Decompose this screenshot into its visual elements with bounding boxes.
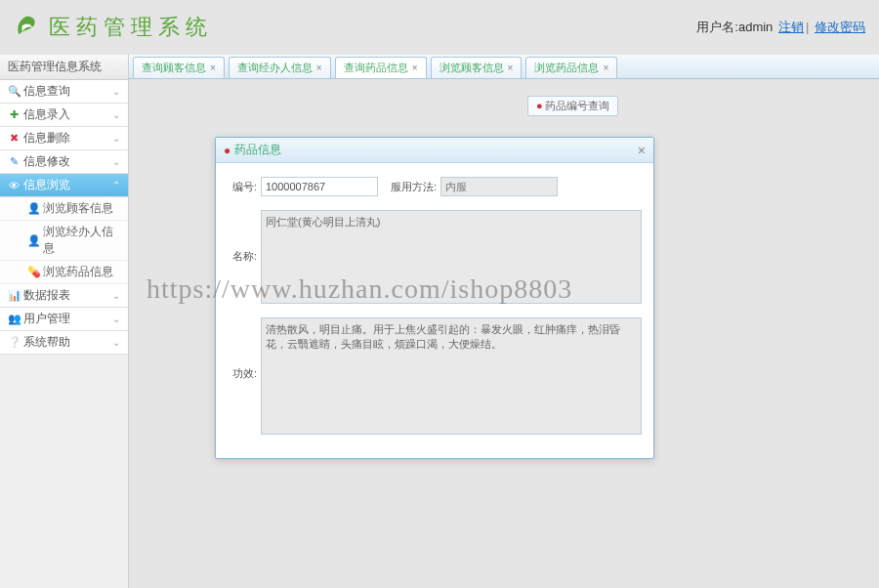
chevron-down-icon: ⌄ (112, 133, 120, 144)
close-icon[interactable]: × (603, 63, 608, 73)
report-icon: 📊 (8, 289, 20, 302)
pill-icon: 💊 (27, 266, 39, 278)
query-panel-title: ●药品编号查询 (527, 96, 618, 116)
close-icon[interactable]: × (508, 63, 514, 73)
sub-browse-medicine[interactable]: 💊浏览药品信息 (0, 261, 128, 284)
menu-info-input[interactable]: ✚信息录入 ⌄ (0, 104, 128, 127)
modal-body: 编号: 服用方法: 名称: 功效: (216, 163, 653, 462)
user-area: 用户名:admin 注销| 修改密码 (696, 19, 867, 36)
change-password-link[interactable]: 修改密码 (815, 20, 865, 34)
modal-titlebar[interactable]: ●药品信息 × (216, 138, 653, 163)
modal-title-text: 药品信息 (234, 142, 281, 158)
eye-icon: 👁 (8, 180, 20, 191)
close-icon[interactable]: × (412, 63, 418, 73)
help-icon: ❔ (8, 336, 20, 349)
name-label: 名称: (228, 210, 257, 264)
menu-help[interactable]: ❔系统帮助 ⌄ (0, 331, 128, 355)
id-input[interactable] (261, 177, 378, 196)
tab-browse-customer[interactable]: 浏览顾客信息× (431, 57, 523, 78)
sidebar: 医药管理信息系统 🔍信息查询 ⌄ ✚信息录入 ⌄ ✖信息删除 ⌄ ✎信息修改 ⌄… (0, 55, 129, 588)
close-icon[interactable]: × (316, 63, 322, 73)
effect-textarea (261, 317, 642, 435)
menu-user-mgmt[interactable]: 👥用户管理 ⌄ (0, 308, 128, 331)
tab-query-customer[interactable]: 查询顾客信息× (133, 57, 225, 78)
menu-info-delete[interactable]: ✖信息删除 ⌄ (0, 127, 128, 150)
search-icon: 🔍 (8, 85, 20, 98)
chevron-down-icon: ⌄ (112, 86, 120, 97)
tab-query-medicine[interactable]: 查询药品信息× (335, 57, 427, 78)
chevron-down-icon: ⌄ (112, 109, 120, 120)
tab-query-handler[interactable]: 查询经办人信息× (229, 57, 331, 78)
chevron-up-icon: ⌃ (112, 180, 120, 190)
chevron-down-icon: ⌄ (112, 290, 120, 301)
user-icon: 👥 (8, 313, 20, 325)
header: 医药管理系统 用户名:admin 注销| 修改密码 (0, 0, 879, 55)
separator: | (806, 20, 809, 34)
user-icon: 👤 (27, 202, 39, 215)
tabs: 查询顾客信息× 查询经办人信息× 查询药品信息× 浏览顾客信息× 浏览药品信息× (129, 55, 879, 79)
name-textarea (261, 210, 642, 304)
bullet-icon: ● (536, 100, 543, 111)
bullet-icon: ● (224, 144, 230, 157)
usage-label: 服用方法: (382, 177, 437, 194)
logo-area: 医药管理系统 (12, 13, 213, 42)
sidebar-title: 医药管理信息系统 (0, 55, 128, 80)
chevron-down-icon: ⌄ (112, 337, 120, 348)
medicine-info-modal: ●药品信息 × 编号: 服用方法: 名称: 功效: (215, 137, 654, 459)
close-icon[interactable]: × (210, 63, 216, 73)
plus-icon: ✚ (8, 108, 20, 121)
usage-input (440, 177, 558, 196)
delete-icon: ✖ (8, 132, 20, 145)
id-label: 编号: (228, 177, 257, 194)
user-label: 用户名: (696, 20, 738, 34)
chevron-down-icon: ⌄ (112, 156, 120, 167)
menu-info-edit[interactable]: ✎信息修改 ⌄ (0, 150, 128, 174)
app-title: 医药管理系统 (49, 13, 213, 42)
logo-icon (12, 13, 41, 42)
menu-info-query[interactable]: 🔍信息查询 ⌄ (0, 80, 128, 104)
menu-info-browse[interactable]: 👁信息浏览 ⌃ (0, 174, 128, 197)
sub-browse-customer[interactable]: 👤浏览顾客信息 (0, 197, 128, 221)
user-icon: 👤 (27, 234, 39, 247)
close-icon[interactable]: × (638, 143, 646, 158)
user-name: admin (738, 20, 773, 34)
effect-label: 功效: (228, 317, 257, 381)
tab-browse-medicine[interactable]: 浏览药品信息× (525, 57, 617, 78)
sub-browse-handler[interactable]: 👤浏览经办人信息 (0, 221, 128, 261)
logout-link[interactable]: 注销 (778, 20, 804, 34)
chevron-down-icon: ⌄ (112, 314, 120, 324)
edit-icon: ✎ (8, 155, 20, 168)
menu-reports[interactable]: 📊数据报表 ⌄ (0, 284, 128, 308)
